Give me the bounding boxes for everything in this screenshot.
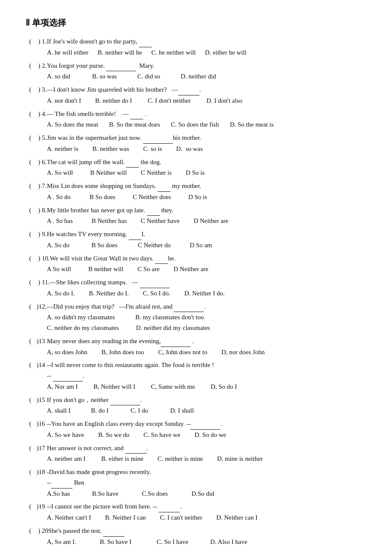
question-9: ( ) 9. He watches TV every morning. I. A… bbox=[26, 229, 366, 251]
q15-options: A. shall I B. do I C. I do D. I shall bbox=[26, 405, 366, 416]
q12-options-line1: A. so didn't my classmates B. my classma… bbox=[26, 312, 366, 323]
q6-paren: ( bbox=[26, 157, 35, 168]
q14-num: )14 bbox=[35, 360, 47, 370]
q2-blank bbox=[106, 61, 136, 72]
q17-paren: ( bbox=[26, 443, 35, 454]
q8-text: My little brother has never got up late.… bbox=[47, 205, 366, 216]
q15-num: )15 bbox=[35, 395, 47, 405]
q4-num: ) 4. bbox=[35, 109, 47, 119]
q4-blank bbox=[130, 109, 143, 120]
q18-blank bbox=[51, 477, 72, 489]
question-15: ( )15 If you don't go，neither . A. shall… bbox=[26, 395, 366, 416]
q2-num: ) 2. bbox=[35, 61, 47, 71]
question-18: ( )18 -David has made great progress rec… bbox=[26, 467, 366, 499]
q18-continuation: -- Ben bbox=[26, 477, 366, 489]
q13-blank bbox=[161, 336, 190, 347]
q20-blank bbox=[103, 526, 124, 537]
q14-text: --I will never come to this restaurants … bbox=[47, 360, 366, 370]
q14-paren: ( bbox=[26, 360, 35, 370]
q7-num: ) 7. bbox=[35, 181, 47, 191]
q19-blank bbox=[159, 501, 180, 512]
q10-options: A So will B neither will C So are D Neit… bbox=[26, 264, 366, 275]
q13-options: A, so does John B, John does too C, John… bbox=[26, 347, 366, 358]
q3-paren: ( bbox=[26, 84, 35, 95]
q10-blank bbox=[155, 253, 168, 264]
q12-paren: ( bbox=[26, 301, 35, 312]
q5-options: A. neither is B. neither was C. so is D.… bbox=[26, 144, 366, 154]
q8-paren: ( bbox=[26, 205, 35, 216]
q19-paren: ( bbox=[26, 501, 35, 512]
question-2: ( ) 2. You forgot your purse. Mary. A. s… bbox=[26, 61, 366, 82]
q20-num: ) 20 bbox=[35, 526, 48, 536]
q15-paren: ( bbox=[26, 395, 35, 405]
q11-options: A. So do I. B. Neither do I. C. So I do.… bbox=[26, 288, 366, 299]
q12-blank bbox=[174, 301, 204, 312]
q7-text: Miss Lin does some shopping on Sundays. … bbox=[47, 181, 366, 192]
section-title: Ⅱ 单项选择 bbox=[26, 17, 366, 29]
q20-options: A, So am I. B. So have I C. So I have D.… bbox=[26, 537, 366, 547]
q8-num: ) 8. bbox=[35, 205, 47, 216]
q20-paren: ( bbox=[26, 526, 35, 536]
q18-paren: ( bbox=[26, 467, 35, 477]
question-12: ( )12. —Did you enjoy that trip? —I'm af… bbox=[26, 301, 366, 333]
q15-text: If you don't go，neither . bbox=[47, 395, 366, 406]
q14-options: A, Nor am I B, Neither will I C, Same wi… bbox=[26, 382, 366, 392]
q19-options: A. Neither can't I B. Neither I can C. I… bbox=[26, 512, 366, 523]
q8-blank bbox=[147, 205, 160, 216]
q5-paren: ( bbox=[26, 133, 35, 143]
question-5: ( ) 5. Jim was in the supermarket just n… bbox=[26, 133, 366, 154]
q4-text: — The fish smells terrible! — . bbox=[47, 109, 366, 120]
q1-num: ) 1. bbox=[35, 36, 47, 47]
q20-text: She's passed the test. bbox=[48, 526, 366, 537]
question-20: ( ) 20 She's passed the test. A, So am I… bbox=[26, 526, 366, 547]
q4-paren: ( bbox=[26, 109, 35, 119]
q3-text: —I don't know Jim quarreled with his bro… bbox=[47, 84, 366, 95]
q12-options-line2: C. neither do my classmates D. neither d… bbox=[26, 323, 366, 333]
q3-options: A. nor don't I B. neither do I C. I don'… bbox=[26, 95, 366, 106]
q19-text: --I cannot see the picture well from her… bbox=[47, 501, 366, 512]
q12-text: —Did you enjoy that trip? —I'm afraid no… bbox=[47, 301, 366, 312]
q5-blank bbox=[143, 133, 173, 144]
q6-text: The cat will jump off the wall. the dog. bbox=[47, 157, 366, 168]
q17-options: A. neither am I B. either is mine C. nei… bbox=[26, 454, 366, 464]
question-1: ( ) 1. If Joe's wife doesn't go to the p… bbox=[26, 36, 366, 58]
q19-num: )19 bbox=[35, 501, 47, 512]
q16-options: A. So we have B. So we do C. So have we … bbox=[26, 430, 366, 440]
q6-options: A. So will B Neither will C Neither is D… bbox=[26, 168, 366, 178]
question-7: ( ) 7. Miss Lin does some shopping on Su… bbox=[26, 181, 366, 202]
q10-text: We will visit the Great Wall in two days… bbox=[50, 253, 366, 264]
q6-blank bbox=[126, 157, 139, 168]
q16-num: )16 bbox=[35, 419, 47, 429]
q12-num: )12. bbox=[35, 301, 47, 312]
q2-options: A. so did B. so was C. did so D. neither… bbox=[26, 71, 366, 82]
question-16: ( )16 --You have an English class every … bbox=[26, 419, 366, 440]
q10-paren: ( bbox=[26, 253, 35, 264]
q9-text: He watches TV every morning. I. bbox=[47, 229, 366, 240]
q7-blank bbox=[158, 181, 170, 192]
q4-options: A. So does the meat B. So the meat does … bbox=[26, 119, 366, 130]
q15-blank bbox=[110, 395, 140, 406]
q14-continuation: -- . bbox=[26, 370, 366, 382]
q14-blank bbox=[53, 370, 83, 382]
section-roman: Ⅱ 单项选择 bbox=[26, 17, 66, 29]
q11-num: ) 11. bbox=[35, 277, 49, 288]
q2-text: You forgot your purse. Mary. bbox=[47, 61, 366, 72]
q18-num: )18 bbox=[35, 467, 47, 477]
q1-blank bbox=[139, 36, 152, 47]
q13-text: Mary never does any reading in the eveni… bbox=[47, 336, 366, 347]
q2-paren: ( bbox=[26, 61, 35, 71]
question-4: ( ) 4. — The fish smells terrible! — . A… bbox=[26, 109, 366, 130]
q1-options: A. he will either B. neither will he C. … bbox=[26, 47, 366, 58]
q3-num: ) 3. bbox=[35, 84, 47, 95]
q16-paren: ( bbox=[26, 419, 35, 429]
q10-num: ) 10. bbox=[35, 253, 50, 264]
q18-options: A.So has B.So have C.So does D.So did bbox=[26, 489, 366, 499]
q17-blank bbox=[125, 443, 147, 454]
q16-text: --You have an English class every day ex… bbox=[47, 419, 366, 430]
question-14: ( )14 --I will never come to this restau… bbox=[26, 360, 366, 392]
q17-text: Her answer is not correct, and . bbox=[47, 443, 366, 454]
q9-options: A. So do B So does C Neither do D So am bbox=[26, 240, 366, 251]
q9-num: ) 9. bbox=[35, 229, 47, 240]
q11-blank bbox=[140, 277, 170, 288]
question-19: ( )19 --I cannot see the picture well fr… bbox=[26, 501, 366, 523]
